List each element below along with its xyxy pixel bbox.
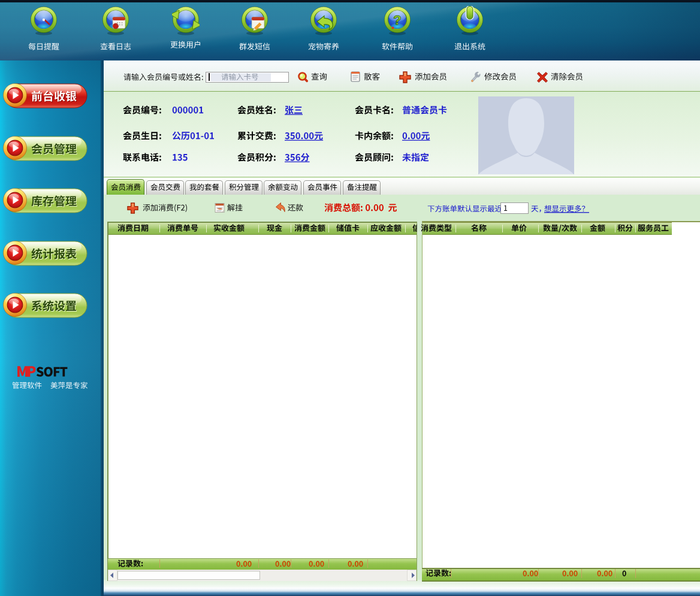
svg-text:?: ? <box>393 13 401 28</box>
